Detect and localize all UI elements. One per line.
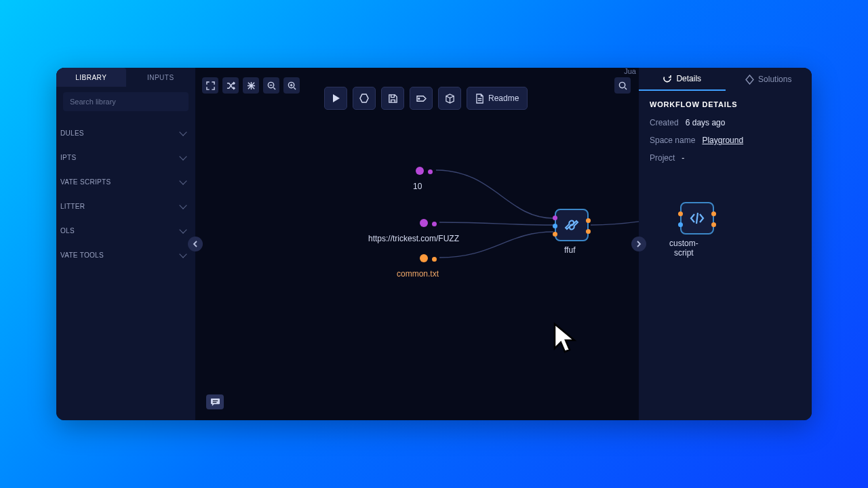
category-label: IPTS (60, 154, 76, 161)
play-icon (332, 94, 340, 103)
details-panel: Details Solutions WORKFLOW DETAILS Creat… (639, 68, 812, 420)
detail-row: Space name Playground (650, 136, 801, 145)
tab-label: Details (676, 74, 701, 83)
category-item[interactable]: LITTER (56, 194, 195, 218)
search-input[interactable] (63, 92, 189, 111)
input-label: 10 (413, 182, 433, 191)
node-custom-script[interactable] (680, 202, 714, 235)
tab-details[interactable]: Details (639, 68, 726, 91)
port-icon[interactable] (711, 211, 716, 216)
category-item[interactable]: DULES (56, 121, 195, 145)
port-icon[interactable] (586, 229, 591, 234)
tag-button[interactable] (410, 87, 433, 110)
save-button[interactable] (381, 87, 404, 110)
svg-point-3 (619, 82, 625, 87)
category-item[interactable]: IPTS (56, 145, 195, 169)
shuffle-button[interactable] (222, 77, 239, 94)
output-port-icon (428, 169, 433, 174)
zoom-out-icon (267, 81, 276, 90)
svg-rect-4 (212, 400, 217, 401)
chat-icon (210, 398, 220, 407)
chevron-down-icon (179, 177, 186, 184)
category-item[interactable]: VATE TOOLS (56, 243, 195, 267)
zoom-out-button[interactable] (263, 77, 279, 94)
zoom-in-button[interactable] (283, 77, 300, 94)
wrench-icon (564, 217, 580, 233)
tab-solutions[interactable]: Solutions (726, 68, 812, 91)
feedback-button[interactable] (206, 394, 224, 409)
view-toolbar (202, 77, 300, 94)
port-icon[interactable] (711, 222, 716, 227)
chevron-down-icon (179, 201, 186, 209)
details-content: WORKFLOW DETAILS Created 6 days ago Spac… (639, 91, 812, 180)
detail-link[interactable]: Playground (702, 136, 743, 145)
category-label: DULES (60, 129, 84, 137)
chevron-down-icon (179, 226, 186, 233)
cursor-icon (553, 322, 578, 356)
tab-library[interactable]: LIBRARY (56, 68, 126, 87)
svg-point-2 (418, 98, 419, 99)
layout-button[interactable] (243, 77, 259, 94)
tab-inputs[interactable]: INPUTS (126, 68, 196, 87)
input-port-icon (420, 254, 428, 262)
port-icon[interactable] (586, 218, 591, 223)
detail-value: 6 days ago (686, 118, 726, 127)
category-item[interactable]: VATE SCRIPTS (56, 169, 195, 194)
readme-button[interactable]: Readme (467, 87, 528, 110)
package-button[interactable] (438, 87, 461, 110)
port-icon[interactable] (553, 216, 557, 220)
cube-icon (445, 94, 455, 104)
detail-value: - (682, 153, 684, 163)
port-icon[interactable] (678, 211, 683, 216)
category-label: VATE TOOLS (60, 251, 104, 259)
refresh-icon (663, 74, 672, 83)
chevron-right-icon (636, 241, 642, 247)
hexagon-icon (359, 93, 370, 104)
detail-row: Created 6 days ago (650, 118, 801, 127)
chevron-left-icon (193, 241, 198, 247)
input-label: https://trickest.com/FUZZ (368, 234, 459, 243)
input-node[interactable]: common.txt (420, 253, 439, 279)
port-icon[interactable] (553, 224, 557, 228)
detail-label: Project (650, 153, 675, 163)
stop-button[interactable] (353, 87, 376, 110)
details-title: WORKFLOW DETAILS (650, 100, 801, 108)
detail-row: Project - (650, 153, 801, 163)
input-node[interactable]: 10 (416, 165, 433, 191)
search-canvas-button[interactable] (614, 77, 631, 94)
save-icon (388, 94, 398, 104)
category-list: DULES IPTS VATE SCRIPTS LITTER OLS VATE … (56, 121, 195, 267)
output-port-icon (432, 257, 437, 262)
node-label: custom-script (669, 239, 698, 258)
chevron-down-icon (179, 250, 186, 258)
collapse-sidebar-button[interactable] (188, 237, 203, 251)
shuffle-icon (226, 81, 235, 90)
collapse-details-button[interactable] (631, 237, 646, 251)
input-port-icon (416, 167, 424, 175)
category-label: VATE SCRIPTS (60, 178, 111, 186)
chevron-down-icon (179, 128, 186, 136)
svg-rect-5 (212, 402, 216, 403)
tag-icon (416, 94, 427, 103)
port-icon[interactable] (553, 232, 557, 237)
category-label: LITTER (60, 203, 85, 210)
fullscreen-button[interactable] (202, 77, 218, 94)
port-icon[interactable] (678, 222, 683, 227)
input-node[interactable]: https://trickest.com/FUZZ (420, 218, 459, 243)
sidebar-tabs: LIBRARY INPUTS (56, 68, 195, 87)
run-button[interactable] (324, 87, 347, 110)
search-icon (618, 81, 627, 90)
sidebar: LIBRARY INPUTS DULES IPTS VATE SCRIPTS L… (56, 68, 195, 420)
input-label: common.txt (397, 269, 439, 279)
chevron-down-icon (179, 152, 186, 160)
layout-icon (247, 81, 256, 90)
zoom-in-icon (288, 81, 296, 90)
action-toolbar: Readme (324, 87, 528, 110)
node-ffuf[interactable] (555, 209, 589, 241)
canvas[interactable]: Jua Readme (195, 68, 639, 420)
detail-label: Space name (650, 136, 695, 145)
category-item[interactable]: OLS (56, 218, 195, 243)
readme-label: Readme (488, 94, 519, 103)
fullscreen-icon (206, 81, 215, 90)
document-icon (475, 94, 484, 104)
